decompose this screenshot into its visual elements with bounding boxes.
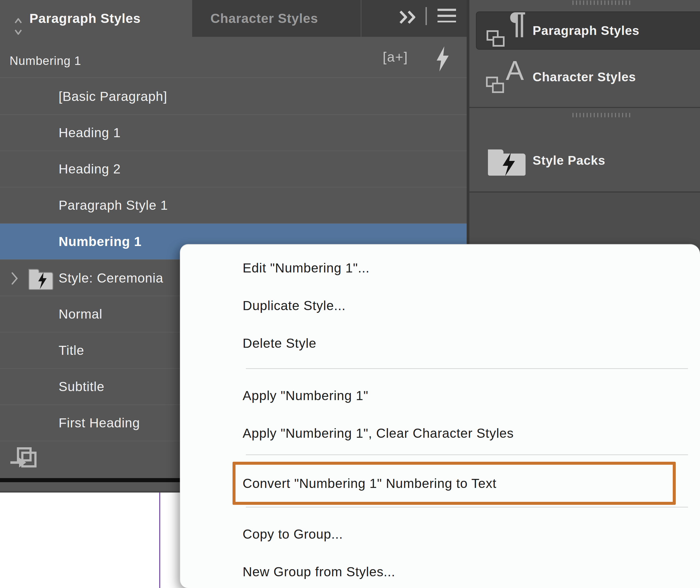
style-label: Paragraph Style 1 xyxy=(59,198,168,213)
paragraph-styles-icon: ¶ xyxy=(486,12,527,49)
dock-item-character-styles[interactable]: A Character Styles xyxy=(469,58,700,96)
collapse-panel-icon[interactable] xyxy=(398,10,416,25)
current-style-label: Numbering 1 xyxy=(10,46,81,76)
style-pack-folder-icon xyxy=(27,266,53,290)
style-row-heading-1[interactable]: Heading 1 xyxy=(0,115,467,151)
style-row-paragraph-style-1[interactable]: Paragraph Style 1 xyxy=(0,187,467,224)
annotation-highlight-box xyxy=(233,462,676,505)
style-label: Subtitle xyxy=(59,379,104,394)
dock-drag-handle-icon[interactable] xyxy=(572,113,631,117)
tab-character-styles[interactable]: Character Styles xyxy=(210,0,318,37)
menu-separator xyxy=(246,507,688,508)
dock-section-divider xyxy=(469,191,700,192)
dock-section-divider xyxy=(469,107,700,108)
style-label: Numbering 1 xyxy=(59,234,141,249)
dock-drag-handle-icon[interactable] xyxy=(572,1,631,5)
dock-item-label: Paragraph Styles xyxy=(533,23,639,38)
style-label: Heading 2 xyxy=(59,161,121,176)
quick-apply-lightning-icon[interactable] xyxy=(436,46,449,71)
panel-header-bar: Character Styles xyxy=(192,0,467,37)
header-divider xyxy=(0,77,467,78)
menu-item-duplicate-style[interactable]: Duplicate Style... xyxy=(180,287,687,325)
menu-item-delete-style[interactable]: Delete Style xyxy=(180,325,687,362)
indesign-styles-screenshot: Paragraph Styles Character Styles Number… xyxy=(0,0,700,588)
style-packs-folder-icon xyxy=(486,142,527,179)
style-label: First Heading xyxy=(59,415,140,430)
menu-separator xyxy=(246,368,688,369)
dock-item-paragraph-styles[interactable]: ¶ Paragraph Styles xyxy=(476,11,700,50)
menu-item-copy-to-group[interactable]: Copy to Group... xyxy=(180,515,687,553)
menu-item-edit-style[interactable]: Edit "Numbering 1"... xyxy=(180,249,687,287)
expand-chevron-icon[interactable] xyxy=(11,272,19,285)
style-row-heading-2[interactable]: Heading 2 xyxy=(0,151,467,187)
panel-cycle-icon xyxy=(13,15,23,38)
create-style-group-icon[interactable] xyxy=(10,447,38,474)
tab-paragraph-styles[interactable]: Paragraph Styles xyxy=(0,0,192,37)
style-label: Normal xyxy=(59,307,102,322)
menu-item-apply-style[interactable]: Apply "Numbering 1" xyxy=(180,377,687,415)
menu-item-apply-clear-char[interactable]: Apply "Numbering 1", Clear Character Sty… xyxy=(180,415,687,452)
margin-guide-line xyxy=(159,493,160,588)
style-label: [Basic Paragraph] xyxy=(59,89,167,104)
style-label: Style: Ceremonia xyxy=(59,260,163,296)
header-divider-bar xyxy=(426,7,427,25)
character-styles-icon: A xyxy=(486,58,527,95)
menu-separator xyxy=(246,454,688,455)
style-row-basic-paragraph[interactable]: [Basic Paragraph] xyxy=(0,79,467,115)
dock-item-label: Character Styles xyxy=(533,70,636,84)
dock-item-label: Style Packs xyxy=(533,153,605,168)
style-label: Heading 1 xyxy=(59,125,121,140)
style-label: Title xyxy=(59,343,84,358)
style-context-menu: Edit "Numbering 1"... Duplicate Style...… xyxy=(180,244,700,588)
style-override-badge-icon[interactable]: [a+] xyxy=(383,49,408,65)
dock-item-style-packs[interactable]: Style Packs xyxy=(469,141,700,179)
tab-separator xyxy=(361,0,361,37)
tab-paragraph-styles-label: Paragraph Styles xyxy=(29,11,141,26)
panel-menu-icon[interactable] xyxy=(437,9,456,22)
menu-item-new-group[interactable]: New Group from Styles... xyxy=(180,553,687,588)
